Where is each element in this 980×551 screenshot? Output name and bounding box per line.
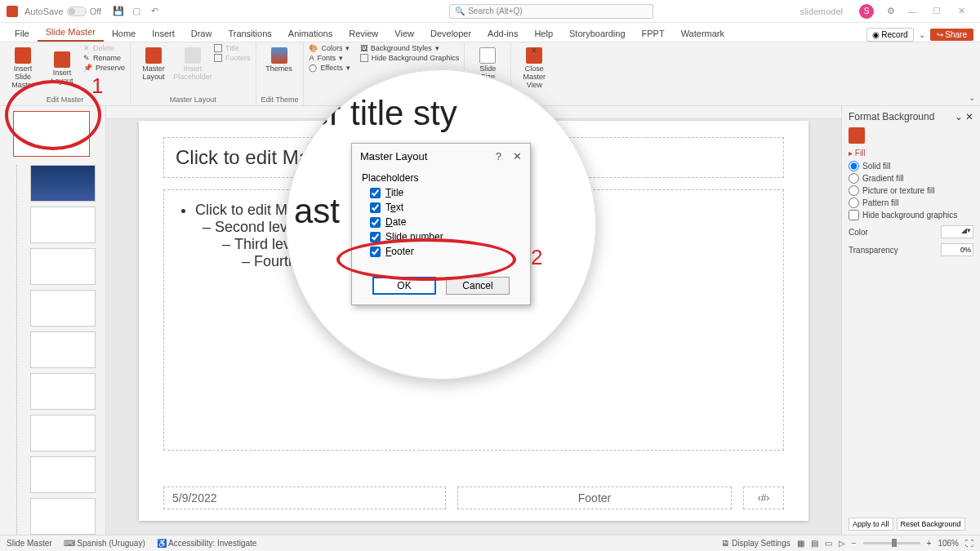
view-normal-icon[interactable]: ▦ — [797, 539, 804, 548]
thumbnail-panel[interactable] — [0, 106, 106, 535]
text-checkbox[interactable] — [370, 202, 381, 213]
autosave-toggle[interactable]: AutoSave Off — [24, 7, 101, 16]
title-checkbox[interactable] — [370, 188, 381, 198]
fit-to-window-icon[interactable]: ⛶ — [965, 539, 973, 548]
transparency-input[interactable] — [941, 243, 973, 256]
annotation-label-2: 2 — [531, 245, 542, 270]
tab-draw[interactable]: Draw — [183, 25, 220, 42]
insert-layout-button[interactable]: Insert Layout — [44, 44, 80, 90]
tab-help[interactable]: Help — [526, 25, 561, 42]
zoom-level[interactable]: 106% — [938, 539, 959, 548]
date-checkbox-row[interactable]: Date — [370, 216, 520, 228]
footer-checkbox[interactable] — [370, 247, 381, 257]
display-settings-button[interactable]: 🖥 Display Settings — [721, 539, 790, 548]
view-slideshow-icon[interactable]: ▷ — [839, 539, 845, 548]
thumbnail-layout[interactable] — [30, 456, 96, 493]
tab-animations[interactable]: Animations — [280, 25, 341, 42]
title-checkbox-row[interactable]: TTitleitle — [370, 187, 520, 198]
view-sorter-icon[interactable]: ▤ — [811, 539, 818, 548]
tab-transitions[interactable]: Transitions — [220, 25, 279, 42]
tab-file[interactable]: File — [7, 25, 38, 42]
thumbnail-layout[interactable] — [30, 165, 96, 202]
footer-checkbox-row[interactable]: Footer — [370, 246, 520, 257]
annotation-label-1: 1 — [91, 73, 103, 99]
text-checkbox-row[interactable]: Text — [370, 202, 520, 213]
status-bar: Slide Master ⌨ Spanish (Uruguay) ♿ Acces… — [0, 535, 980, 551]
accessibility-button[interactable]: ♿ Accessibility: Investigate — [157, 539, 257, 548]
thumbnail-layout[interactable] — [30, 498, 96, 535]
date-placeholder[interactable]: 5/9/2022 — [163, 487, 446, 509]
fill-section[interactable]: ▸ Fill — [849, 149, 973, 158]
ok-button[interactable]: OK — [372, 277, 436, 295]
hide-bg-checkbox[interactable]: Hide background graphics — [849, 210, 973, 220]
pattern-fill-radio[interactable]: Pattern fill — [849, 198, 973, 208]
preserve-button[interactable]: 📌 Preserve — [83, 64, 125, 72]
thumbnail-layout[interactable] — [30, 248, 96, 285]
fill-bucket-icon[interactable] — [849, 127, 865, 144]
thumbnail-layout[interactable] — [30, 373, 96, 410]
cancel-button[interactable]: Cancel — [446, 277, 510, 295]
minimize-button[interactable]: — — [900, 3, 924, 20]
footer-row: 5/9/2022 Footer ‹#› — [163, 487, 784, 509]
present-icon[interactable]: ▢ — [131, 6, 142, 17]
close-master-view-button[interactable]: ✕Close Master View — [516, 44, 552, 90]
zoom-out-button[interactable]: − — [852, 539, 857, 548]
thumbnail-layout[interactable] — [30, 415, 96, 451]
effects-dropdown[interactable]: ◯ Effects ▾ — [309, 64, 350, 72]
tab-fppt[interactable]: FPPT — [634, 25, 673, 42]
dialog-titlebar[interactable]: Master Layout ? ✕ — [352, 144, 530, 169]
zoom-in-button[interactable]: + — [927, 539, 932, 548]
pane-close-icon[interactable]: ✕ — [965, 111, 973, 122]
share-button[interactable]: ↪ Share — [930, 29, 973, 41]
picture-fill-radio[interactable]: Picture or texture fill — [849, 185, 973, 196]
colors-dropdown[interactable]: 🎨 Colors ▾ — [309, 44, 350, 52]
tab-slide-master[interactable]: Slide Master — [38, 24, 104, 42]
thumbnail-layout[interactable] — [30, 290, 96, 327]
ribbon-options-icon[interactable]: ⚙ — [885, 6, 897, 17]
collapse-ribbon-icon[interactable]: ⌄ — [969, 93, 975, 102]
thumbnail-layout[interactable] — [30, 331, 96, 368]
pane-options-icon[interactable]: ⌄ — [955, 111, 963, 122]
insert-slide-master-button[interactable]: Insert Slide Master — [5, 44, 41, 90]
user-avatar[interactable]: S — [859, 4, 874, 19]
bg-styles-dropdown[interactable]: 🖼 Background Styles ▾ — [360, 44, 460, 52]
tab-watermark[interactable]: Watermark — [673, 25, 733, 42]
undo-icon[interactable]: ↶ — [149, 6, 160, 17]
color-picker[interactable]: ◢▾ — [941, 225, 973, 238]
thumbnail-layout[interactable] — [30, 207, 96, 243]
slide-number-checkbox[interactable] — [370, 232, 381, 242]
dialog-help-icon[interactable]: ? — [496, 150, 501, 162]
tab-view[interactable]: View — [386, 25, 422, 42]
themes-button[interactable]: Themes — [261, 44, 297, 73]
master-layout-button[interactable]: Master Layout — [136, 44, 172, 82]
chevron-down-icon[interactable]: ⌄ — [919, 30, 925, 39]
footer-placeholder[interactable]: Footer — [457, 487, 732, 509]
zoom-slider[interactable] — [863, 542, 920, 544]
hide-bg-checkbox[interactable]: Hide Background Graphics — [360, 54, 460, 62]
tab-home[interactable]: Home — [104, 25, 144, 42]
rename-button[interactable]: ✎ Rename — [83, 54, 125, 62]
language-button[interactable]: ⌨ Spanish (Uruguay) — [64, 539, 145, 548]
slide-number-placeholder[interactable]: ‹#› — [743, 487, 784, 509]
gradient-fill-radio[interactable]: Gradient fill — [849, 173, 973, 184]
fonts-dropdown[interactable]: A Fonts ▾ — [309, 54, 350, 62]
search-icon: 🔍 — [455, 7, 465, 16]
apply-to-all-button[interactable]: Apply to All — [849, 518, 893, 531]
thumbnail-master[interactable] — [13, 111, 90, 157]
close-button[interactable]: ✕ — [949, 3, 973, 20]
reset-background-button[interactable]: Reset Background — [897, 518, 965, 531]
maximize-button[interactable]: ☐ — [924, 3, 949, 20]
dialog-close-icon[interactable]: ✕ — [513, 150, 522, 162]
tab-review[interactable]: Review — [341, 25, 386, 42]
tab-insert[interactable]: Insert — [144, 25, 183, 42]
search-input[interactable]: 🔍 Search (Alt+Q) — [449, 4, 653, 19]
tab-storyboarding[interactable]: Storyboarding — [561, 25, 634, 42]
tab-addins[interactable]: Add-ins — [479, 25, 526, 42]
tab-developer[interactable]: Developer — [422, 25, 479, 42]
record-button[interactable]: ◉ Record — [866, 28, 914, 42]
slide-number-checkbox-row[interactable]: Slide number — [370, 231, 520, 242]
date-checkbox[interactable] — [370, 217, 381, 228]
solid-fill-radio[interactable]: Solid fill — [849, 161, 973, 171]
save-icon[interactable]: 💾 — [113, 6, 124, 17]
view-reading-icon[interactable]: ▭ — [825, 539, 832, 548]
